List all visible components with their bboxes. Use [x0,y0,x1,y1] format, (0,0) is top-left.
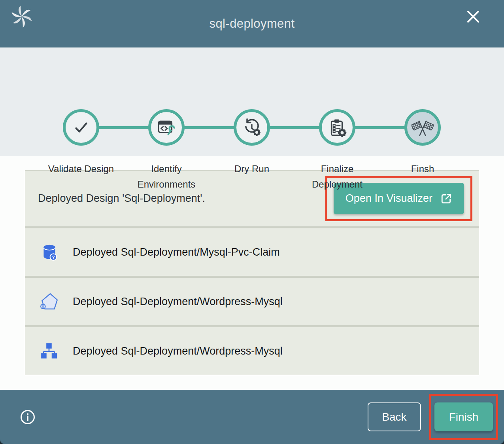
code-wrench-icon [157,118,176,137]
deployed-item-row: Deployed Sql-Deployment/Wordpress-Mysql [25,278,479,325]
external-link-icon [440,193,452,205]
step-label: Validate Design [48,161,114,177]
deployed-item-row: Deployed Sql-Deployment/Wordpress-Mysql [25,327,479,375]
clipboard-gear-icon [327,118,347,137]
step-label: Finalize Deployment [302,161,372,192]
meshery-spiral-logo [10,5,33,28]
deployed-item-text: Deployed Sql-Deployment/Wordpress-Mysql [73,345,283,357]
step-circle [404,109,441,146]
summary-text: Deployed Design 'Sql-Deployment'. [38,192,325,205]
sitemap-icon [40,341,59,361]
page-title: sql-deployment [210,17,295,31]
deployed-item-text: Deployed Sql-Deployment/Mysql-Pvc-Claim [73,246,280,258]
checkered-flags-icon [412,116,434,139]
visualizer-button-label: Open In Visualizer [345,192,432,205]
step-finish[interactable]: Finsh [380,109,465,192]
deployment-stepper: Validate Design Identify Environment [0,47,504,156]
deployed-item-row: ? Deployed Sql-Deployment/Mysql-Pvc-Clai… [25,228,479,276]
back-button[interactable]: Back [368,402,421,431]
step-label: Identify Environments [131,161,202,192]
results-list: Deployed Design 'Sql-Deployment'. Open I… [25,170,479,375]
dry-run-restore-gear-icon [242,118,262,137]
info-icon[interactable] [20,409,36,425]
step-label: Dry Run [234,161,269,177]
close-button[interactable] [465,9,481,25]
step-circle [319,109,355,146]
step-label: Finsh [411,161,434,177]
step-dry-run[interactable]: Dry Run [209,109,294,192]
step-identify-environments[interactable]: Identify Environments [124,109,209,192]
database-icon: ? [40,242,59,262]
annotation-highlight-finish: Finish [429,394,498,440]
step-circle [148,109,185,146]
step-finalize-deployment[interactable]: Finalize Deployment [294,109,380,192]
modal-footer: Back Finish [0,390,504,444]
pentagon-component-icon [40,292,59,311]
step-circle [234,109,270,146]
svg-text:?: ? [52,255,55,260]
finish-button[interactable]: Finish [434,402,493,431]
close-icon [465,9,481,25]
sql-deployment-modal: sql-deployment [0,0,504,444]
deployed-item-text: Deployed Sql-Deployment/Wordpress-Mysql [73,296,283,308]
step-validate-design[interactable]: Validate Design [38,109,124,192]
modal-header: sql-deployment [0,0,504,47]
check-icon [71,118,91,137]
step-circle [63,109,99,146]
